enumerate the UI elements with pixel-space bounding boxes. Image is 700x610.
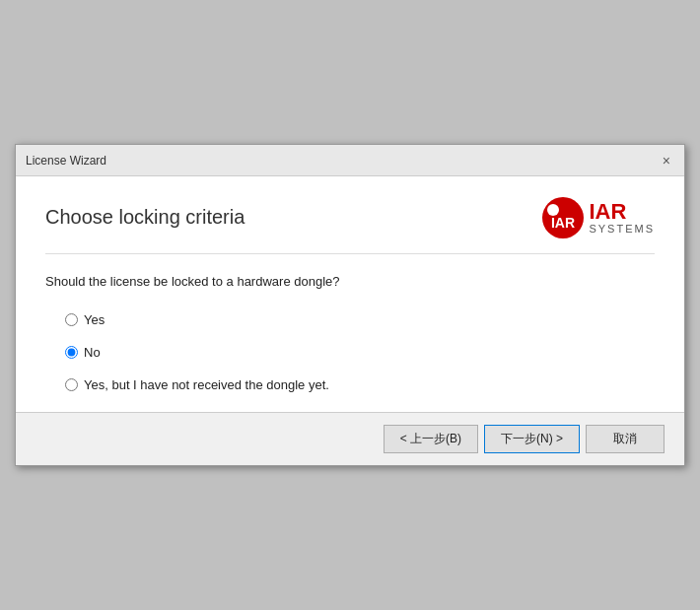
close-button[interactable]: × xyxy=(659,154,674,168)
radio-no[interactable] xyxy=(65,346,78,359)
page-title: Choose locking criteria xyxy=(45,206,245,229)
license-wizard-window: License Wizard × Choose locking criteria… xyxy=(15,144,685,466)
cancel-button[interactable]: 取消 xyxy=(586,425,665,453)
iar-logo: IAR IAR SYSTEMS xyxy=(541,196,655,239)
radio-yes-not-received-label: Yes, but I have not received the dongle … xyxy=(84,377,329,392)
header-row: Choose locking criteria IAR IAR SYSTEMS xyxy=(45,196,655,254)
logo-circle-icon: IAR xyxy=(541,196,585,239)
radio-item-yes[interactable]: Yes xyxy=(65,312,655,327)
content-area: Choose locking criteria IAR IAR SYSTEMS … xyxy=(16,176,684,412)
button-row: < 上一步(B) 下一步(N) > 取消 xyxy=(35,425,665,453)
radio-item-yes-not-received[interactable]: Yes, but I have not received the dongle … xyxy=(65,377,655,392)
question-text: Should the license be locked to a hardwa… xyxy=(45,274,655,289)
bottom-section: < 上一步(B) 下一步(N) > 取消 xyxy=(16,412,684,465)
next-button[interactable]: 下一步(N) > xyxy=(484,425,580,453)
radio-group: Yes No Yes, but I have not received the … xyxy=(45,312,655,392)
radio-no-label: No xyxy=(84,345,101,360)
window-title: License Wizard xyxy=(26,154,106,168)
title-bar: License Wizard × xyxy=(16,145,684,176)
radio-yes[interactable] xyxy=(65,313,78,326)
back-button[interactable]: < 上一步(B) xyxy=(384,425,478,453)
radio-item-no[interactable]: No xyxy=(65,345,655,360)
radio-yes-not-received[interactable] xyxy=(65,378,78,391)
radio-yes-label: Yes xyxy=(84,312,105,327)
svg-text:IAR: IAR xyxy=(551,215,575,231)
logo-text: IAR xyxy=(589,201,655,223)
logo-sub: SYSTEMS xyxy=(589,223,655,235)
